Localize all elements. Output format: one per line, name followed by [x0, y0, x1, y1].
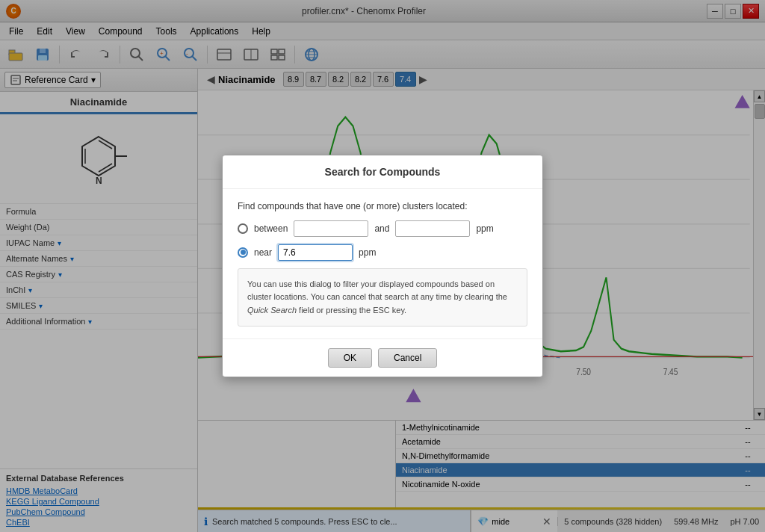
near-value-input[interactable] [278, 244, 353, 261]
between-radio[interactable] [238, 223, 248, 234]
modal-description: Find compounds that have one (or more) c… [238, 201, 527, 211]
near-radio[interactable] [238, 247, 248, 258]
between-to-input[interactable] [395, 220, 470, 237]
ok-button[interactable]: OK [328, 348, 372, 368]
modal-title: Search for Compounds [223, 155, 542, 189]
between-from-input[interactable] [294, 220, 368, 237]
info-italic-text: Quick Search [247, 306, 297, 315]
near-label: near [254, 247, 272, 258]
modal-body: Find compounds that have one (or more) c… [223, 189, 542, 339]
cancel-button[interactable]: Cancel [378, 348, 437, 368]
between-label: between [254, 223, 288, 234]
between-ppm-label: ppm [476, 223, 493, 234]
near-option-row: near ppm [238, 244, 527, 261]
search-for-compounds-dialog: Search for Compounds Find compounds that… [222, 155, 543, 378]
modal-info-box: You can use this dialog to filter your d… [238, 268, 527, 327]
info-text-1: You can use this dialog to filter your d… [247, 279, 507, 302]
and-label: and [374, 223, 389, 234]
near-ppm-label: ppm [359, 247, 376, 258]
info-text-2: field or pressing the ESC key. [297, 306, 406, 315]
modal-overlay: Search for Compounds Find compounds that… [0, 0, 765, 532]
modal-footer: OK Cancel [223, 338, 542, 377]
between-option-row: between and ppm [238, 220, 527, 237]
